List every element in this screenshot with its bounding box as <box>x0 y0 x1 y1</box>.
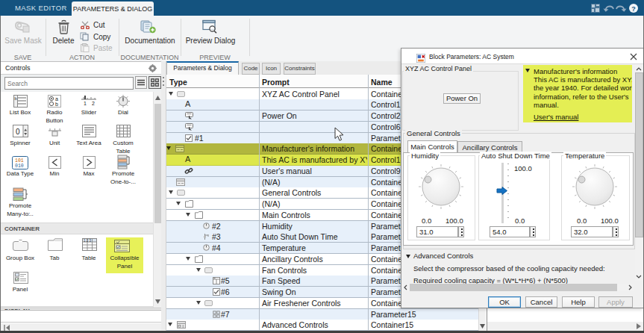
svg-text:1: 1 <box>84 101 87 106</box>
svg-text:1 2 3: 1 2 3 <box>84 239 92 243</box>
svg-text:0: 0 <box>16 128 20 136</box>
svg-text:a: a <box>55 96 58 102</box>
svg-text:101: 101 <box>15 158 24 164</box>
svg-text:?: ? <box>631 5 636 13</box>
svg-text:010: 010 <box>15 164 24 169</box>
svg-text:b: b <box>14 96 17 102</box>
svg-text:2: 2 <box>92 101 95 106</box>
svg-text:b: b <box>55 102 58 107</box>
